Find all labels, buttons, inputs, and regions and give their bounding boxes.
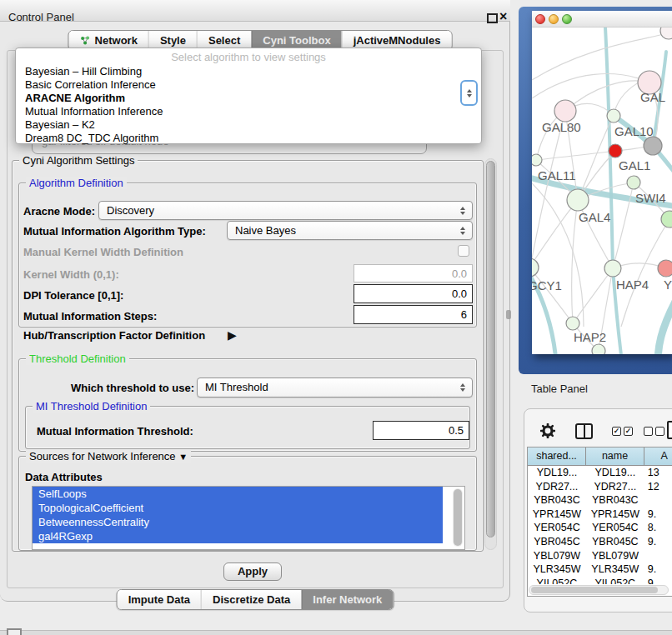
scrollbar-thumb[interactable] — [486, 161, 495, 538]
table-row[interactable]: YPR145WYPR145W9. — [528, 508, 672, 522]
network-view[interactable]: GALGAL80GAL10GAL11GAL1SWI4GAL4GCY1HAP4YH… — [532, 28, 672, 354]
algorithm-option-bayesian-hill-climbing[interactable]: Bayesian – Hill Climbing — [16, 65, 481, 78]
close-traffic-light-icon[interactable] — [535, 14, 545, 24]
table-cell[interactable]: YDL19... — [528, 466, 586, 480]
table-cell[interactable]: 8. — [644, 521, 672, 535]
column-header-name[interactable]: name — [586, 448, 644, 466]
column-header-a[interactable]: A — [644, 448, 672, 466]
table-cell[interactable]: 9. — [644, 508, 672, 522]
table-cell[interactable]: YBR045C — [586, 535, 644, 549]
mi-type-combo[interactable]: Naive Bayes — [227, 221, 473, 240]
network-node-gal10[interactable] — [607, 109, 620, 122]
corner-widget-icon[interactable] — [7, 628, 22, 635]
table-cell[interactable]: YBR043C — [586, 493, 644, 508]
network-node-swi4[interactable] — [661, 211, 672, 228]
network-node-gal1[interactable] — [627, 176, 640, 189]
table-cell[interactable]: YPR145W — [586, 508, 644, 522]
table-cell[interactable]: YDR27... — [586, 480, 644, 494]
unchecked-checkbox-icon[interactable] — [655, 427, 664, 436]
zoom-traffic-light-icon[interactable] — [562, 14, 572, 24]
minimize-traffic-light-icon[interactable] — [549, 14, 559, 24]
table-cell[interactable]: YBL079W — [528, 549, 586, 563]
data-attributes-list[interactable]: SelfLoopsTopologicalCoefficientBetweenne… — [32, 486, 465, 550]
expand-right-icon[interactable]: ▶ — [228, 328, 237, 342]
algorithm-option-dream8-dc-tdc-algorithm[interactable]: Dream8 DC_TDC Algorithm — [16, 132, 481, 145]
algorithm-option-bayesian-k2[interactable]: Bayesian – K2 — [16, 118, 481, 132]
table-cell[interactable]: YPR145W — [528, 508, 586, 522]
dpi-tolerance-field[interactable]: 0.0 — [354, 284, 473, 303]
table-row[interactable]: YDR27...YDR27...12 — [528, 480, 672, 494]
network-node-hap2[interactable] — [566, 317, 579, 330]
scrollbar-thumb[interactable] — [531, 587, 658, 593]
panel-splitter-grip[interactable] — [506, 310, 511, 319]
unchecked-checkbox-icon[interactable] — [644, 427, 653, 436]
mi-steps-field[interactable]: 6 — [354, 305, 473, 324]
table-row[interactable]: YBL079WYBL079W — [528, 549, 672, 563]
attribute-item-selfloops[interactable]: SelfLoops — [33, 487, 443, 501]
table-cell[interactable] — [644, 549, 672, 563]
document-icon[interactable] — [667, 421, 672, 439]
network-node-gal4[interactable] — [567, 189, 589, 211]
kernel-width-field[interactable]: 0.0 — [354, 264, 473, 282]
table-cell[interactable] — [644, 493, 672, 508]
tab-infer-network[interactable]: Infer Network — [301, 590, 393, 609]
network-node[interactable] — [660, 28, 672, 39]
apply-button[interactable]: Apply — [223, 562, 282, 581]
table-cell[interactable]: YLR345W — [528, 562, 586, 577]
table-cell[interactable]: 9. — [644, 562, 672, 577]
network-node-gal11[interactable] — [532, 154, 542, 166]
scrollbar-thumb[interactable] — [454, 489, 462, 546]
tab-impute-data[interactable]: Impute Data — [118, 590, 201, 609]
close-icon[interactable]: × — [499, 8, 507, 25]
network-node[interactable] — [609, 144, 622, 158]
gear-icon[interactable] — [540, 423, 555, 442]
table-cell[interactable]: YLR345W — [586, 562, 644, 577]
table-cell[interactable]: YER054C — [586, 521, 644, 535]
attribute-item-betweennesscentrality[interactable]: BetweennessCentrality — [33, 515, 443, 529]
algorithm-combo-focus-cap[interactable] — [460, 80, 478, 106]
network-node[interactable] — [592, 344, 605, 354]
column-header-shared[interactable]: shared... — [528, 448, 586, 466]
table-row[interactable]: YDL19...YDL19...13 — [528, 466, 672, 480]
network-node-y[interactable] — [658, 260, 672, 277]
table-row[interactable]: YBR043CYBR043C — [528, 493, 672, 508]
algorithm-option-mutual-information-inference[interactable]: Mutual Information Inference — [16, 105, 481, 118]
table-row[interactable]: YBR045CYBR045C9. — [528, 535, 672, 549]
table-cell[interactable]: 9. — [644, 577, 672, 584]
settings-vertical-scrollbar[interactable] — [484, 158, 497, 550]
checked-checkbox-icon[interactable]: ✓ — [624, 427, 633, 436]
which-threshold-combo[interactable]: MI Threshold — [197, 378, 473, 398]
table-cell[interactable]: 9. — [644, 535, 672, 549]
table-row[interactable]: YER054CYER054C8. — [528, 521, 672, 535]
tab-discretize-data[interactable]: Discretize Data — [201, 590, 301, 609]
table-cell[interactable]: YDL19... — [586, 466, 644, 480]
collapse-down-icon[interactable]: ▼ — [178, 452, 188, 462]
float-window-icon[interactable] — [487, 13, 498, 23]
table-cell[interactable]: YDR27... — [528, 480, 586, 494]
table-cell[interactable]: 12 — [644, 480, 672, 494]
split-panel-icon[interactable] — [575, 423, 593, 439]
table-cell[interactable]: 13 — [644, 466, 672, 480]
table-cell[interactable]: YIL052C — [586, 577, 644, 584]
table-cell[interactable]: YBR045C — [528, 535, 586, 549]
checked-checkbox-icon[interactable]: ✓ — [612, 427, 621, 436]
table-horizontal-scrollbar[interactable] — [529, 585, 669, 595]
table-cell[interactable]: YBL079W — [586, 549, 644, 563]
manual-kernel-checkbox[interactable] — [458, 245, 469, 257]
table-row[interactable]: YIL052CYIL052C9. — [528, 577, 672, 584]
attribute-item-topologicalcoefficient[interactable]: TopologicalCoefficient — [33, 501, 443, 515]
network-node-gcy1[interactable] — [532, 258, 539, 277]
table-row[interactable]: YLR345WYLR345W9. — [528, 562, 672, 577]
table-cell[interactable]: YBR043C — [528, 493, 586, 508]
algorithm-option-aracne-algorithm[interactable]: ARACNE Algorithm — [16, 92, 481, 105]
aracne-mode-combo[interactable]: Discovery — [98, 201, 473, 220]
network-node-hap4[interactable] — [604, 260, 621, 277]
network-node-gal80[interactable] — [554, 100, 576, 122]
table-cell[interactable]: YER054C — [528, 521, 586, 535]
attribute-item-gal4rgexp[interactable]: gal4RGexp — [33, 529, 443, 543]
attributes-scrollbar[interactable] — [453, 488, 463, 547]
network-node[interactable] — [644, 137, 662, 155]
mi-threshold-field[interactable]: 0.5 — [373, 421, 469, 440]
table-cell[interactable]: YIL052C — [528, 577, 586, 584]
algorithm-option-basic-correlation-inference[interactable]: Basic Correlation Inference — [16, 78, 481, 92]
